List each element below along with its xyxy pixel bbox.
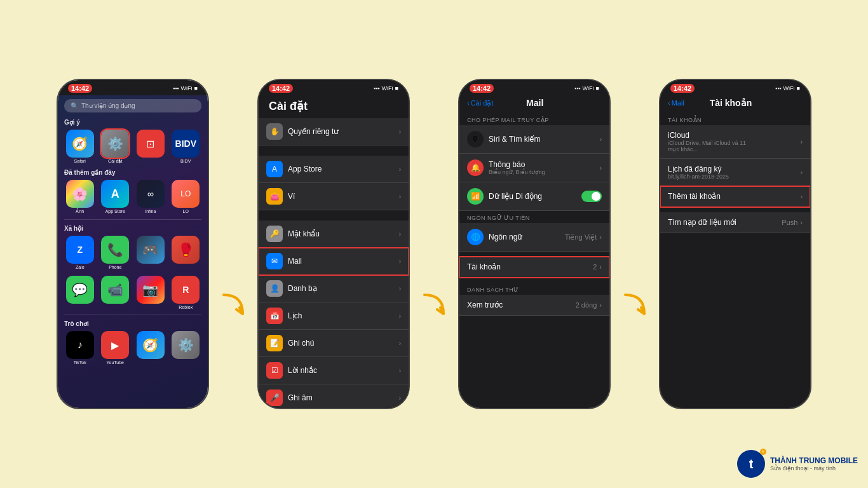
safari-label: Safari <box>74 159 86 163</box>
preview-chevron: › <box>599 301 602 309</box>
app-zalo[interactable]: Z Zalo <box>64 236 96 269</box>
infina-label: Infina <box>145 209 156 214</box>
phone3-status-bar: 14:42 ▪▪▪ WiFi ■ <box>459 80 609 95</box>
section4-label: Trò chơi <box>58 318 208 329</box>
language-icon: 🌐 <box>467 229 484 245</box>
accounts-item-right: 2 › <box>593 263 602 271</box>
cellular-toggle[interactable] <box>581 191 602 202</box>
contacts-chevron: › <box>399 285 401 292</box>
phone1-wrapper: 14:42 ▪▪▪ WiFi ■ 🔍 Thư viện ứng dụng Gợi… <box>51 79 214 409</box>
roblox-icon: R <box>172 276 200 304</box>
subscribed-chevron: › <box>801 169 803 176</box>
account-add[interactable]: Thêm tài khoản › <box>660 186 810 207</box>
wifi-icon4: WiFi <box>783 85 795 92</box>
infina-icon: ∞ <box>137 180 165 208</box>
icloud-sub: iCloud Drive, Mail iCloud và 11 mục khác… <box>668 140 750 152</box>
settings-screen: 14:42 ▪▪▪ WiFi ■ Cài đặt ✋ <box>259 80 409 409</box>
back-chevron4: ‹ <box>668 99 670 107</box>
bidv-label: BIDV <box>180 159 191 163</box>
section1-apps: 🧭 Safari ⚙️ Cài đặt ⊡ BIDV <box>58 127 208 166</box>
settings-item-appstore[interactable]: A App Store › <box>259 156 409 183</box>
app-game4[interactable]: 🥊 <box>170 236 202 269</box>
app-appstore[interactable]: A App Store <box>100 180 132 214</box>
settings-item-contacts[interactable]: 👤 Danh bạ › <box>259 275 409 302</box>
contacts-left: 👤 Danh bạ <box>266 280 317 297</box>
privacy-left: ✋ Quyền riêng tư <box>266 123 339 140</box>
app-facetime[interactable]: 📹 <box>100 276 132 309</box>
fetch-label: Tìm nạp dữ liệu mới <box>668 218 736 227</box>
contacts-label: Danh bạ <box>288 284 317 293</box>
app-safari[interactable]: 🧭 Safari <box>64 130 96 164</box>
mail-section4-header: DANH SÁCH THƯ <box>459 283 609 295</box>
app-roblox[interactable]: R Roblox <box>170 276 202 309</box>
arrow2-container <box>415 79 453 409</box>
settings-title: Cài đặt <box>259 95 409 118</box>
app-safari-bottom[interactable]: 🧭 <box>135 331 166 365</box>
app-messages[interactable]: 💬 <box>64 276 96 309</box>
safari-bottom-icon: 🧭 <box>137 331 165 359</box>
mail-section1-header: CHO PHÉP MAIL TRUY CẬP <box>459 113 609 125</box>
settings-item-privacy[interactable]: ✋ Quyền riêng tư › <box>259 118 409 146</box>
app-youtube[interactable]: ▶ YouTube <box>100 331 132 365</box>
battery-icon: ■ <box>194 85 198 92</box>
app-photos[interactable]: 🌸 Ảnh <box>64 180 96 214</box>
accounts-count: 2 <box>593 263 597 271</box>
wallet-chevron: › <box>399 193 401 200</box>
icloud-chevron: › <box>801 139 803 146</box>
icloud-left: iCloud iCloud Drive, Mail iCloud và 11 m… <box>668 131 750 152</box>
app-screen[interactable]: ⊡ <box>135 130 166 164</box>
privacy-chevron: › <box>399 128 401 135</box>
phone4-back-btn[interactable]: ‹ Mail <box>668 99 684 107</box>
account-fetch[interactable]: Tìm nạp dữ liệu mới Push › <box>660 212 810 233</box>
app-tiktok[interactable]: ♪ TikTok <box>64 331 96 365</box>
brand-text-container: THÀNH TRUNG MOBILE Sửa điện thoại - máy … <box>770 456 858 471</box>
brand-name: THÀNH TRUNG MOBILE <box>770 456 858 465</box>
safari-icon: 🧭 <box>66 130 94 158</box>
mail-left: ✉ Mail <box>266 253 302 269</box>
recorder-icon: 🎤 <box>266 390 283 406</box>
app-lo[interactable]: LO LO <box>170 180 202 214</box>
app-settings-bottom[interactable]: ⚙️ <box>170 331 202 365</box>
settings-item-calendar[interactable]: 📅 Lịch › <box>259 302 409 330</box>
mail-item-notifications[interactable]: 🔔 Thông báo Biểu ngữ, Biểu tượng › <box>459 154 609 182</box>
phone3-nav: ‹ Cài đặt Mail <box>459 95 609 113</box>
tiktok-icon: ♪ <box>66 331 94 359</box>
mail-item-siri[interactable]: 🎙 Siri & Tìm kiếm › <box>459 125 609 154</box>
notes-left: 📝 Ghi chú <box>266 335 314 351</box>
mail-item-language[interactable]: 🌐 Ngôn ngữ Tiếng Việt › <box>459 223 609 252</box>
settings-item-password[interactable]: 🔑 Mật khẩu › <box>259 220 409 248</box>
app-settings[interactable]: ⚙️ Cài đặt <box>100 130 132 164</box>
search-bar[interactable]: 🔍 Thư viện ứng dụng <box>64 99 201 112</box>
app-bidv[interactable]: BIDV BIDV <box>170 130 202 164</box>
app-instagram[interactable]: 📷 <box>135 276 166 309</box>
tiktok-label: TikTok <box>74 360 86 365</box>
app-game3[interactable]: 🎮 <box>135 236 166 269</box>
settings-item-recorder[interactable]: 🎤 Ghi âm › <box>259 384 409 409</box>
account-icloud[interactable]: iCloud iCloud Drive, Mail iCloud và 11 m… <box>660 125 810 159</box>
mail-item-preview[interactable]: Xem trước 2 dòng › <box>459 295 609 316</box>
app-phone[interactable]: 📞 Phone <box>100 236 132 269</box>
mail-item-cellular[interactable]: 📶 Dữ liệu Di động <box>459 182 609 211</box>
settings-item-notes[interactable]: 📝 Ghi chú › <box>259 330 409 357</box>
notes-label: Ghi chú <box>288 339 314 348</box>
phone3-back-btn[interactable]: ‹ Cài đặt <box>467 99 493 107</box>
subscribed-left: Lịch đã đăng ký bit.ly/lich-am-2018-2025 <box>668 165 729 180</box>
settings-item-reminders[interactable]: ☑ Lời nhắc › <box>259 357 409 384</box>
mail-item-accounts[interactable]: Tài khoản 2 › <box>459 257 609 278</box>
phone4-title: Tài khoản <box>710 98 752 108</box>
siri-label: Siri & Tìm kiếm <box>489 135 540 144</box>
reminders-label: Lời nhắc <box>288 366 317 375</box>
reminders-icon: ☑ <box>266 362 283 379</box>
arrow1-icon <box>217 292 249 323</box>
cellular-icon: 📶 <box>467 188 484 205</box>
settings-item-wallet[interactable]: 👛 Ví › <box>259 183 409 210</box>
lo-icon: LO <box>172 180 200 208</box>
siri-text-wrap: Siri & Tìm kiếm <box>489 135 540 144</box>
phone3-back-label: Cài đặt <box>471 99 494 107</box>
account-subscribed-calendar[interactable]: Lịch đã đăng ký bit.ly/lich-am-2018-2025… <box>660 159 810 186</box>
arrow2-icon <box>418 292 450 323</box>
app-infina[interactable]: ∞ Infina <box>135 180 166 214</box>
divider2 <box>64 315 201 315</box>
notifications-label: Thông báo <box>489 160 545 169</box>
settings-item-mail[interactable]: ✉ Mail › <box>259 248 409 275</box>
